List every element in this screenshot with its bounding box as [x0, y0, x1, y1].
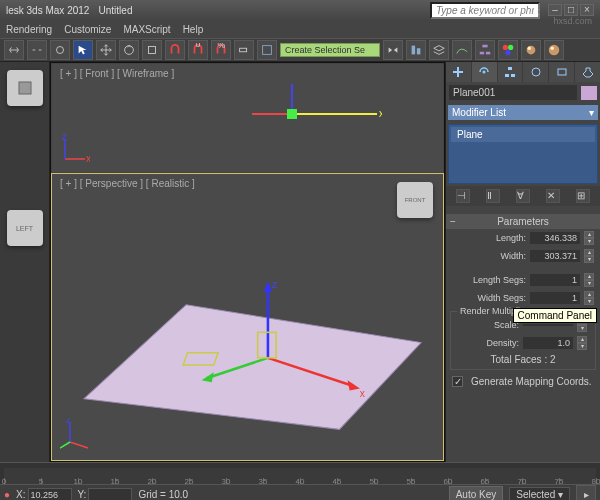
viewport-perspective[interactable]: [ + ] [ Perspective ] [ Realistic ] FRON… [51, 173, 444, 461]
unlink-button[interactable] [27, 40, 47, 60]
viewcube-left[interactable]: LEFT [7, 210, 43, 246]
width-label: Width: [452, 251, 526, 261]
svg-text:z: z [62, 134, 67, 142]
curve-editor-button[interactable] [452, 40, 472, 60]
coord-x-label: X: [16, 489, 25, 500]
plane-geometry[interactable]: z x [52, 174, 443, 460]
minimize-button[interactable]: – [548, 4, 562, 16]
remove-mod-icon[interactable]: ✕ [546, 189, 560, 203]
wsegs-spin-buttons[interactable]: ▴▾ [584, 291, 594, 305]
minus-icon: − [450, 216, 456, 227]
scale-button[interactable] [142, 40, 162, 60]
svg-rect-44 [508, 67, 512, 70]
wsegs-label: Width Segs: [452, 293, 526, 303]
percent-snap[interactable]: % [211, 40, 231, 60]
svg-text:z: z [272, 279, 277, 290]
selection-set-dropdown[interactable]: Create Selection Se [280, 43, 380, 57]
svg-point-43 [483, 71, 486, 74]
menu-help[interactable]: Help [183, 24, 204, 35]
angle-snap[interactable]: o [188, 40, 208, 60]
keymode-dropdown[interactable]: Selected ▾ [509, 487, 570, 500]
link-button[interactable] [4, 40, 24, 60]
svg-marker-28 [84, 305, 421, 430]
modifier-stack[interactable]: Plane [448, 124, 598, 184]
tab-hierarchy[interactable] [498, 62, 523, 82]
tab-motion[interactable] [523, 62, 548, 82]
svg-point-12 [503, 45, 508, 50]
object-color-swatch[interactable] [581, 86, 597, 100]
object-name-field[interactable]: Plane001 [449, 85, 577, 100]
spinner-snap[interactable] [234, 40, 254, 60]
main-toolbar: o % Create Selection Se [0, 38, 600, 62]
axis-x-label: x [86, 153, 90, 164]
layers-button[interactable] [429, 40, 449, 60]
schematic-button[interactable] [475, 40, 495, 60]
menu-maxscript[interactable]: MAXScript [123, 24, 170, 35]
svg-text:o: o [195, 43, 200, 49]
pin-stack-icon[interactable]: ⊣ [456, 189, 470, 203]
modifier-list-dropdown[interactable]: Modifier List▾ [448, 105, 598, 120]
stack-item-plane[interactable]: Plane [451, 127, 595, 142]
svg-rect-45 [505, 74, 509, 77]
svg-point-16 [528, 47, 532, 51]
render-button[interactable] [544, 40, 564, 60]
tab-modify[interactable] [472, 62, 497, 82]
viewport-label-front[interactable]: [ + ] [ Front ] [ Wireframe ] [60, 68, 174, 79]
length-spinner[interactable]: 346.338 [530, 232, 580, 244]
select-button[interactable] [73, 40, 93, 60]
tab-display[interactable] [549, 62, 574, 82]
mirror-button[interactable] [383, 40, 403, 60]
svg-point-14 [505, 50, 510, 55]
show-result-icon[interactable]: Ⅱ [486, 189, 500, 203]
make-unique-icon[interactable]: ∀ [516, 189, 530, 203]
autokey-button[interactable]: Auto Key [449, 486, 504, 500]
svg-point-17 [549, 45, 560, 56]
lsegs-spin-buttons[interactable]: ▴▾ [584, 273, 594, 287]
svg-point-1 [125, 46, 134, 55]
move-button[interactable] [96, 40, 116, 60]
menu-customize[interactable]: Customize [64, 24, 111, 35]
svg-rect-26 [287, 109, 297, 119]
width-spin-buttons[interactable]: ▴▾ [584, 249, 594, 263]
align-button[interactable] [406, 40, 426, 60]
svg-rect-10 [480, 52, 484, 55]
svg-point-15 [527, 46, 536, 55]
coord-x-input[interactable] [28, 488, 72, 501]
width-spinner[interactable]: 303.371 [530, 250, 580, 262]
menu-rendering[interactable]: Rendering [6, 24, 52, 35]
tab-create[interactable] [446, 62, 471, 82]
bind-button[interactable] [50, 40, 70, 60]
svg-point-47 [532, 68, 540, 76]
snap-toggle[interactable] [165, 40, 185, 60]
gen-coords-checkbox[interactable]: ✓ [452, 376, 463, 387]
search-input[interactable] [430, 2, 540, 19]
svg-rect-6 [263, 46, 272, 55]
lsegs-spinner[interactable]: 1 [530, 274, 580, 286]
render-setup-button[interactable] [521, 40, 541, 60]
maximize-button[interactable]: □ [564, 4, 578, 16]
density-label: Density: [459, 338, 519, 348]
play-button[interactable]: ▸ [576, 485, 596, 501]
command-panel: Plane001 Modifier List▾ Plane ⊣ Ⅱ ∀ ✕ ⊞ … [445, 62, 600, 462]
coord-y-input[interactable] [88, 488, 132, 501]
svg-rect-48 [558, 69, 566, 75]
density-spinner[interactable]: 1.0 [523, 337, 573, 349]
close-button[interactable]: × [580, 4, 594, 16]
tab-utilities[interactable] [575, 62, 600, 82]
chevron-down-icon: ▾ [589, 107, 594, 118]
svg-text:%: % [218, 43, 226, 50]
rollout-parameters[interactable]: −Parameters [446, 214, 600, 229]
named-sel[interactable] [257, 40, 277, 60]
length-spin-buttons[interactable]: ▴▾ [584, 231, 594, 245]
menu-bar: Rendering Customize MAXScript Help [0, 20, 600, 38]
app-title: lesk 3ds Max 2012 Untitled [6, 4, 132, 16]
material-button[interactable] [498, 40, 518, 60]
time-slider[interactable]: 05101520253035404550556065707580 [0, 462, 600, 484]
viewport-front[interactable]: [ + ] [ Front ] [ Wireframe ] x z x [51, 63, 444, 173]
scale-spinner[interactable] [523, 324, 573, 326]
configure-icon[interactable]: ⊞ [576, 189, 590, 203]
wsegs-spinner[interactable]: 1 [530, 292, 580, 304]
svg-rect-19 [19, 82, 31, 94]
viewcube-top[interactable] [7, 70, 43, 106]
rotate-button[interactable] [119, 40, 139, 60]
